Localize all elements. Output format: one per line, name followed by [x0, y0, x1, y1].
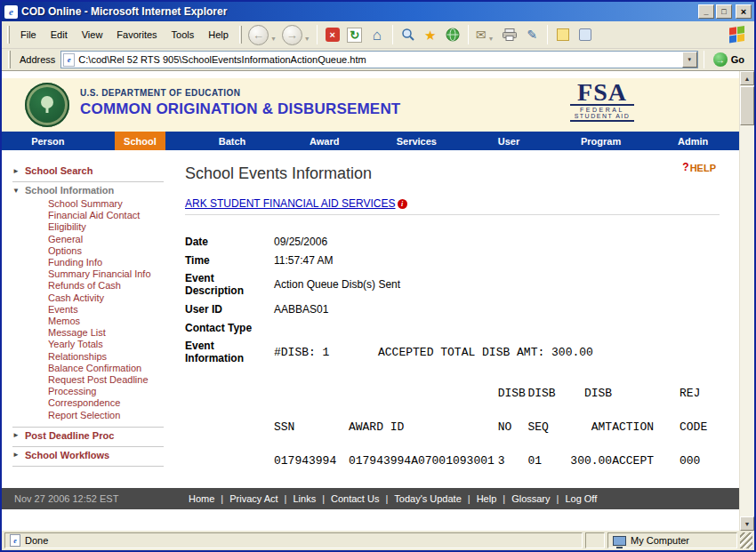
- nav-tab-batch[interactable]: Batch: [186, 132, 278, 150]
- sidebar-item-request-post-deadline[interactable]: Request Post Deadline: [48, 374, 164, 386]
- scroll-down-button[interactable]: ▼: [740, 516, 754, 531]
- history-button[interactable]: [442, 23, 463, 46]
- main-content: ? HELP School Events Information ARK STU…: [178, 150, 739, 488]
- sidebar-item-options[interactable]: Options: [48, 245, 164, 257]
- edit-button[interactable]: ✎: [521, 23, 543, 46]
- footer-link-links[interactable]: Links: [293, 493, 316, 504]
- notes-icon: [557, 28, 569, 41]
- info-icon[interactable]: i: [398, 199, 407, 209]
- menu-view[interactable]: View: [75, 29, 110, 40]
- table-cell: DISB: [563, 370, 612, 400]
- go-button[interactable]: → Go: [710, 52, 752, 67]
- stop-button[interactable]: ×: [322, 23, 343, 46]
- cell-disb-no: 3: [498, 434, 528, 468]
- status-panel-zone: My Computer: [607, 532, 737, 548]
- home-button[interactable]: ⌂: [366, 23, 388, 46]
- print-button[interactable]: [499, 23, 520, 46]
- toolbar-grip[interactable]: [7, 26, 10, 44]
- footer-link-privacy-act[interactable]: Privacy Act: [229, 493, 277, 504]
- sidebar-item-summary-financial-info[interactable]: Summary Financial Info: [48, 268, 164, 280]
- site-banner: U.S. DEPARTMENT OF EDUCATION COMMON ORIG…: [2, 78, 739, 132]
- sidebar-item-funding-info[interactable]: Funding Info: [48, 257, 164, 268]
- help-link[interactable]: ? HELP: [682, 163, 716, 173]
- sidebar-item-report-selection[interactable]: Report Selection: [48, 410, 164, 421]
- sidebar-item-memos[interactable]: Memos: [48, 316, 164, 327]
- toolbar-separator: [468, 25, 469, 44]
- back-dropdown-caret[interactable]: ▼: [270, 36, 277, 42]
- footer-link-help[interactable]: Help: [477, 493, 497, 504]
- nav-tab-admin[interactable]: Admin: [647, 132, 739, 150]
- sidebar-section-school-workflows[interactable]: ► School Workflows: [12, 450, 164, 460]
- menu-favorites[interactable]: Favorites: [109, 29, 164, 40]
- favorites-star-icon: ★: [424, 28, 436, 42]
- footer-link-todays-update[interactable]: Today's Update: [394, 493, 461, 504]
- sidebar-item-school-summary[interactable]: School Summary: [48, 198, 164, 210]
- school-link[interactable]: ARK STUDENT FINANCIAL AID SERVICES: [185, 197, 396, 210]
- sidebar-section-school-information[interactable]: ▼ School Information: [12, 185, 164, 196]
- sidebar-item-balance-confirmation[interactable]: Balance Confirmation: [48, 363, 164, 374]
- fsa-logo: FSA FEDERAL STUDENT AID: [570, 81, 634, 122]
- header-ssn: SSN: [274, 400, 349, 434]
- footer-link-home[interactable]: Home: [189, 493, 214, 504]
- nav-tab-user[interactable]: User: [462, 132, 555, 150]
- favorites-button[interactable]: ★: [420, 23, 441, 46]
- address-dropdown-button[interactable]: ▼: [682, 52, 697, 68]
- footer-link-log-off[interactable]: Log Off: [565, 493, 597, 504]
- sidebar-nav: ► School Search ▼ School Information Sch…: [2, 150, 178, 488]
- mail-dropdown-caret[interactable]: ▼: [488, 36, 495, 42]
- sidebar-item-cash-activity[interactable]: Cash Activity: [48, 292, 164, 304]
- sidebar-item-message-list[interactable]: Message List: [48, 327, 164, 339]
- menu-tools[interactable]: Tools: [165, 29, 202, 40]
- sidebar-item-processing[interactable]: Processing: [48, 386, 164, 397]
- footer-link-glossary[interactable]: Glossary: [511, 493, 550, 504]
- search-button[interactable]: [398, 23, 419, 46]
- menu-edit[interactable]: Edit: [44, 29, 75, 40]
- scrollbar-thumb[interactable]: [740, 86, 754, 125]
- sidebar-item-general[interactable]: General: [48, 234, 164, 245]
- scrollbar-track[interactable]: [740, 85, 754, 516]
- footer-bar: Nov 27 2006 12:52 EST Home | Privacy Act…: [2, 488, 739, 509]
- sidebar-item-correspondence[interactable]: Correspondence: [48, 397, 164, 409]
- forward-dropdown-caret[interactable]: ▼: [304, 36, 310, 42]
- forward-button[interactable]: →: [282, 25, 302, 45]
- sidebar-item-events[interactable]: Events: [48, 304, 164, 316]
- maximize-button[interactable]: □: [716, 4, 732, 19]
- sidebar-section-school-search[interactable]: ► School Search: [12, 165, 164, 176]
- mail-button[interactable]: ✉ ▼: [473, 23, 499, 46]
- title-bar: e COD Online - Microsoft Internet Explor…: [2, 2, 754, 21]
- page-body: ► School Search ▼ School Information Sch…: [2, 150, 739, 488]
- nav-tab-school[interactable]: School: [94, 132, 187, 150]
- nav-tab-award[interactable]: Award: [278, 132, 371, 150]
- back-button[interactable]: ←: [248, 25, 269, 45]
- sidebar-item-yearly-totals[interactable]: Yearly Totals: [48, 339, 164, 350]
- toolbar-grip[interactable]: [239, 26, 242, 44]
- sidebar-item-relationships[interactable]: Relationships: [48, 351, 164, 363]
- nav-tab-program[interactable]: Program: [555, 132, 647, 150]
- window-controls: _ □ ×: [698, 4, 752, 19]
- header-action: ACTION: [612, 400, 680, 434]
- sidebar-item-eligibility[interactable]: Eligibility: [48, 221, 164, 233]
- sidebar-item-financial-aid-contact[interactable]: Financial Aid Contact: [48, 210, 164, 221]
- messenger-icon: [579, 28, 591, 41]
- scroll-up-button[interactable]: ▲: [740, 71, 754, 85]
- discuss-button[interactable]: [552, 23, 574, 46]
- footer-link-contact-us[interactable]: Contact Us: [331, 493, 379, 504]
- sidebar-section-post-deadline-proc[interactable]: ► Post Deadline Proc: [12, 430, 164, 441]
- sidebar-item-refunds-of-cash[interactable]: Refunds of Cash: [48, 280, 164, 292]
- close-button[interactable]: ×: [736, 4, 752, 19]
- resize-grip[interactable]: [740, 532, 752, 548]
- nav-tab-services[interactable]: Services: [371, 132, 463, 150]
- cell-rej-code: 000: [680, 434, 720, 468]
- search-icon: [401, 28, 415, 42]
- cell-ssn: 017943994: [274, 434, 349, 468]
- minimize-button[interactable]: _: [698, 4, 714, 19]
- messenger-button[interactable]: [575, 23, 596, 46]
- nav-tab-person[interactable]: Person: [2, 132, 94, 150]
- status-panel-spacer: [585, 532, 605, 548]
- refresh-button[interactable]: ↻: [344, 23, 366, 46]
- menu-help[interactable]: Help: [201, 29, 236, 40]
- menu-file[interactable]: File: [13, 29, 44, 40]
- address-input[interactable]: e C:\cod\Rel 52 RTS 905\SchoolEventsInfo…: [60, 51, 697, 68]
- vertical-scrollbar[interactable]: ▲ ▼: [739, 71, 754, 531]
- toolbar-grip[interactable]: [8, 51, 11, 68]
